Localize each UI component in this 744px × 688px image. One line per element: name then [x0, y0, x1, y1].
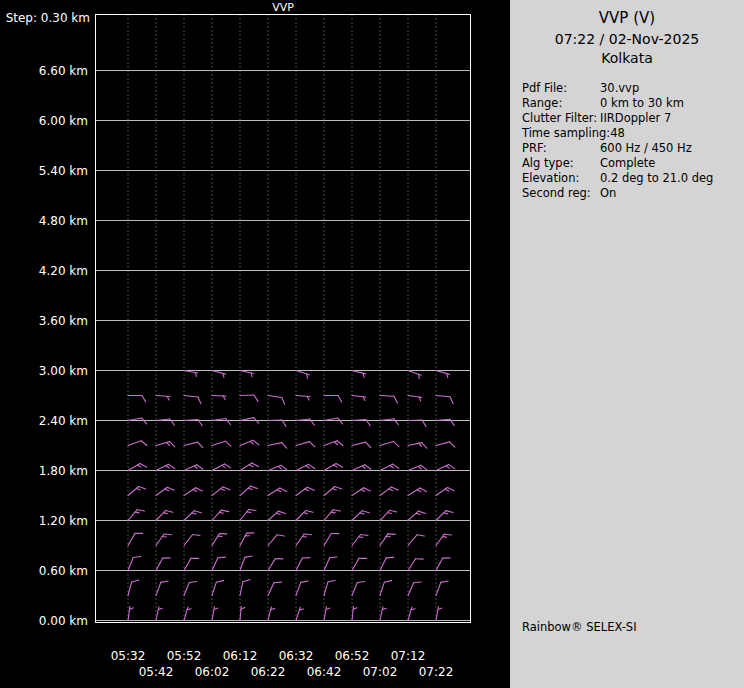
- wind-barb: [296, 558, 310, 571]
- info-row-range: Range: 0 km to 30 km: [522, 96, 744, 111]
- wind-barb: [436, 371, 449, 378]
- wind-barb: [408, 511, 426, 520]
- wind-barb: [156, 558, 170, 571]
- wind-barb: [212, 464, 231, 471]
- y-tick-label: 0.60 km: [39, 564, 88, 578]
- wind-barb: [268, 396, 285, 405]
- wind-barb: [296, 534, 312, 545]
- x-tick-label: 07:22: [419, 665, 454, 679]
- x-tick-label: 06:22: [251, 665, 286, 679]
- wind-barb: [184, 488, 202, 496]
- wind-barb: [352, 371, 366, 378]
- wind-barb: [408, 371, 421, 379]
- info-row-prf: PRF: 600 Hz / 450 Hz: [522, 141, 744, 156]
- wind-barb: [212, 419, 230, 425]
- wind-barb: [212, 441, 231, 446]
- info-value: On: [600, 186, 616, 201]
- panel-title: VVP (V): [510, 9, 744, 27]
- wind-barb: [156, 534, 172, 545]
- wind-barb: [240, 607, 245, 621]
- wind-barb: [128, 580, 139, 595]
- x-tick-label: 06:42: [307, 665, 342, 679]
- vvp-screen: 0.00 km0.60 km1.20 km1.80 km2.40 km3.00 …: [0, 0, 744, 688]
- info-label: Clutter Filter:: [522, 111, 600, 126]
- wind-barb: [408, 535, 424, 546]
- wind-barb: [408, 465, 427, 470]
- wind-barb: [380, 419, 398, 425]
- wind-barb: [240, 371, 254, 377]
- brand-label: Rainbow® SELEX-SI: [522, 620, 637, 634]
- panel-location: Kolkata: [510, 50, 744, 66]
- wind-barb: [296, 607, 304, 620]
- wind-barb: [324, 510, 340, 521]
- plot-section: 0.00 km0.60 km1.20 km1.80 km2.40 km3.00 …: [0, 0, 510, 688]
- wind-barb: [212, 510, 229, 520]
- x-tick-label: 05:32: [111, 649, 146, 663]
- y-tick-label: 6.00 km: [39, 114, 88, 128]
- wind-barb: [268, 535, 284, 546]
- panel-header: VVP (V) 07:22 / 02-Nov-2025 Kolkata: [510, 9, 744, 66]
- wind-barb: [128, 464, 147, 471]
- wind-barb: [296, 371, 309, 379]
- wind-barb: [352, 511, 369, 521]
- wind-barb: [240, 509, 256, 520]
- vvp-chart: 0.00 km0.60 km1.20 km1.80 km2.40 km3.00 …: [0, 0, 510, 688]
- wind-barb: [352, 488, 370, 496]
- x-tick-label: 07:12: [391, 649, 426, 663]
- wind-barb: [352, 558, 367, 570]
- wind-barb: [212, 557, 225, 570]
- y-tick-label: 3.00 km: [39, 364, 88, 378]
- wind-barb: [324, 557, 337, 571]
- wind-barb: [352, 607, 357, 621]
- wind-barb: [184, 465, 203, 471]
- wind-barb: [184, 396, 201, 404]
- wind-barb: [268, 511, 286, 520]
- wind-barb: [184, 607, 191, 620]
- chart-title: VVP: [272, 1, 294, 14]
- x-tick-label: 06:32: [279, 649, 314, 663]
- y-tick-label: 5.40 km: [39, 164, 88, 178]
- wind-barb: [296, 581, 308, 595]
- wind-barb: [436, 487, 454, 495]
- wind-barb: [296, 510, 313, 520]
- wind-barb: [296, 487, 314, 495]
- wind-barb: [156, 442, 175, 447]
- wind-barb: [380, 557, 394, 570]
- wind-barb: [408, 396, 422, 401]
- wind-barb: [156, 510, 173, 520]
- wind-barb: [436, 465, 455, 471]
- wind-barb: [184, 442, 203, 447]
- wind-barb: [324, 464, 343, 471]
- info-label: Time sampling:: [522, 126, 610, 141]
- wind-barb: [408, 607, 415, 620]
- wind-barb: [240, 579, 250, 595]
- wind-barb: [352, 534, 368, 545]
- wind-barb: [268, 607, 275, 621]
- wind-barb: [380, 607, 386, 621]
- y-tick-label: 4.20 km: [39, 264, 88, 278]
- wind-barb: [380, 441, 399, 446]
- wind-barb: [240, 463, 258, 470]
- wind-barb: [240, 556, 252, 570]
- wind-barb: [296, 419, 314, 425]
- wind-barb: [212, 607, 218, 621]
- info-label: Second reg:: [522, 186, 600, 201]
- wind-barb: [156, 607, 162, 621]
- wind-barb: [380, 510, 397, 520]
- wind-barb: [156, 581, 168, 595]
- wind-barb: [268, 488, 286, 495]
- wind-barb: [380, 487, 398, 495]
- y-tick-label: 6.60 km: [39, 64, 88, 78]
- wind-barb: [240, 533, 254, 546]
- y-tick-label: 4.80 km: [39, 214, 88, 228]
- info-label: Elevation:: [522, 171, 600, 186]
- wind-barb: [324, 580, 335, 595]
- y-tick-label: 3.60 km: [39, 314, 88, 328]
- info-value: 30.vvp: [600, 81, 639, 96]
- wind-barb: [128, 487, 146, 496]
- wind-barb: [380, 534, 395, 546]
- info-label: PRF:: [522, 141, 600, 156]
- wind-barb: [324, 534, 339, 546]
- wind-barb: [352, 581, 365, 595]
- info-value: 0 km to 30 km: [600, 96, 684, 111]
